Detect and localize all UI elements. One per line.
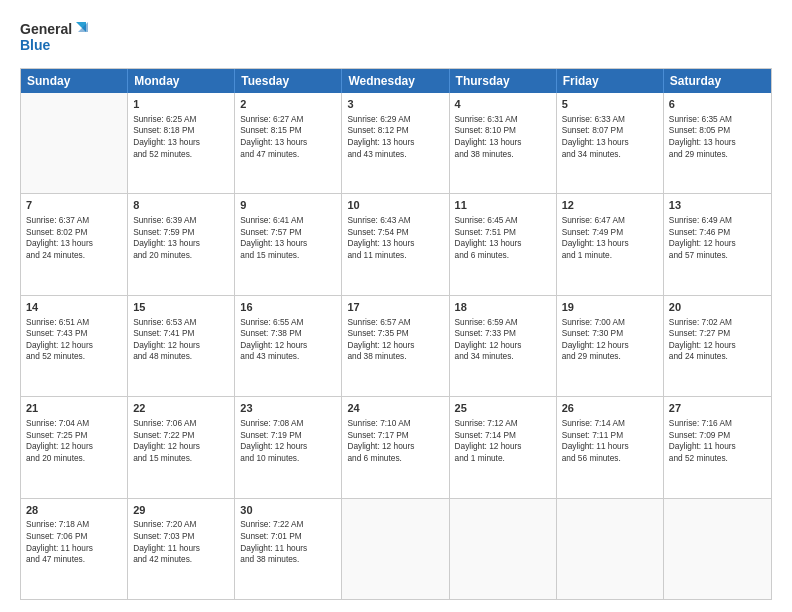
cell-content: Sunrise: 6:53 AM Sunset: 7:41 PM Dayligh… xyxy=(133,317,229,363)
cell-content: Sunrise: 7:00 AM Sunset: 7:30 PM Dayligh… xyxy=(562,317,658,363)
header: General Blue xyxy=(20,18,772,60)
day-cell-2: 2Sunrise: 6:27 AM Sunset: 8:15 PM Daylig… xyxy=(235,93,342,193)
day-number: 27 xyxy=(669,401,766,416)
day-number: 2 xyxy=(240,97,336,112)
day-cell-17: 17Sunrise: 6:57 AM Sunset: 7:35 PM Dayli… xyxy=(342,296,449,396)
day-cell-13: 13Sunrise: 6:49 AM Sunset: 7:46 PM Dayli… xyxy=(664,194,771,294)
day-cell-16: 16Sunrise: 6:55 AM Sunset: 7:38 PM Dayli… xyxy=(235,296,342,396)
day-number: 28 xyxy=(26,503,122,518)
day-number: 23 xyxy=(240,401,336,416)
empty-cell xyxy=(21,93,128,193)
cell-content: Sunrise: 7:18 AM Sunset: 7:06 PM Dayligh… xyxy=(26,519,122,565)
week-row-4: 21Sunrise: 7:04 AM Sunset: 7:25 PM Dayli… xyxy=(21,396,771,497)
day-cell-25: 25Sunrise: 7:12 AM Sunset: 7:14 PM Dayli… xyxy=(450,397,557,497)
cell-content: Sunrise: 7:16 AM Sunset: 7:09 PM Dayligh… xyxy=(669,418,766,464)
week-row-3: 14Sunrise: 6:51 AM Sunset: 7:43 PM Dayli… xyxy=(21,295,771,396)
cell-content: Sunrise: 6:27 AM Sunset: 8:15 PM Dayligh… xyxy=(240,114,336,160)
day-number: 9 xyxy=(240,198,336,213)
svg-text:General: General xyxy=(20,21,72,37)
day-cell-11: 11Sunrise: 6:45 AM Sunset: 7:51 PM Dayli… xyxy=(450,194,557,294)
day-cell-4: 4Sunrise: 6:31 AM Sunset: 8:10 PM Daylig… xyxy=(450,93,557,193)
day-number: 20 xyxy=(669,300,766,315)
cell-content: Sunrise: 6:41 AM Sunset: 7:57 PM Dayligh… xyxy=(240,215,336,261)
day-number: 13 xyxy=(669,198,766,213)
day-number: 30 xyxy=(240,503,336,518)
day-number: 16 xyxy=(240,300,336,315)
cell-content: Sunrise: 6:39 AM Sunset: 7:59 PM Dayligh… xyxy=(133,215,229,261)
cell-content: Sunrise: 6:35 AM Sunset: 8:05 PM Dayligh… xyxy=(669,114,766,160)
logo: General Blue xyxy=(20,18,90,60)
day-number: 11 xyxy=(455,198,551,213)
day-cell-12: 12Sunrise: 6:47 AM Sunset: 7:49 PM Dayli… xyxy=(557,194,664,294)
day-number: 22 xyxy=(133,401,229,416)
cell-content: Sunrise: 6:37 AM Sunset: 8:02 PM Dayligh… xyxy=(26,215,122,261)
empty-cell xyxy=(557,499,664,599)
empty-cell xyxy=(450,499,557,599)
day-cell-3: 3Sunrise: 6:29 AM Sunset: 8:12 PM Daylig… xyxy=(342,93,449,193)
header-day-wednesday: Wednesday xyxy=(342,69,449,93)
day-cell-9: 9Sunrise: 6:41 AM Sunset: 7:57 PM Daylig… xyxy=(235,194,342,294)
day-number: 15 xyxy=(133,300,229,315)
page: General Blue SundayMondayTuesdayWednesda… xyxy=(0,0,792,612)
day-number: 21 xyxy=(26,401,122,416)
cell-content: Sunrise: 6:55 AM Sunset: 7:38 PM Dayligh… xyxy=(240,317,336,363)
cell-content: Sunrise: 6:33 AM Sunset: 8:07 PM Dayligh… xyxy=(562,114,658,160)
day-cell-21: 21Sunrise: 7:04 AM Sunset: 7:25 PM Dayli… xyxy=(21,397,128,497)
week-row-2: 7Sunrise: 6:37 AM Sunset: 8:02 PM Daylig… xyxy=(21,193,771,294)
header-day-sunday: Sunday xyxy=(21,69,128,93)
day-cell-23: 23Sunrise: 7:08 AM Sunset: 7:19 PM Dayli… xyxy=(235,397,342,497)
cell-content: Sunrise: 7:04 AM Sunset: 7:25 PM Dayligh… xyxy=(26,418,122,464)
day-number: 7 xyxy=(26,198,122,213)
cell-content: Sunrise: 6:49 AM Sunset: 7:46 PM Dayligh… xyxy=(669,215,766,261)
cell-content: Sunrise: 7:22 AM Sunset: 7:01 PM Dayligh… xyxy=(240,519,336,565)
day-cell-5: 5Sunrise: 6:33 AM Sunset: 8:07 PM Daylig… xyxy=(557,93,664,193)
day-number: 14 xyxy=(26,300,122,315)
cell-content: Sunrise: 7:14 AM Sunset: 7:11 PM Dayligh… xyxy=(562,418,658,464)
day-cell-19: 19Sunrise: 7:00 AM Sunset: 7:30 PM Dayli… xyxy=(557,296,664,396)
day-cell-6: 6Sunrise: 6:35 AM Sunset: 8:05 PM Daylig… xyxy=(664,93,771,193)
day-number: 29 xyxy=(133,503,229,518)
cell-content: Sunrise: 7:08 AM Sunset: 7:19 PM Dayligh… xyxy=(240,418,336,464)
day-number: 5 xyxy=(562,97,658,112)
week-row-1: 1Sunrise: 6:25 AM Sunset: 8:18 PM Daylig… xyxy=(21,93,771,193)
week-row-5: 28Sunrise: 7:18 AM Sunset: 7:06 PM Dayli… xyxy=(21,498,771,599)
day-cell-20: 20Sunrise: 7:02 AM Sunset: 7:27 PM Dayli… xyxy=(664,296,771,396)
cell-content: Sunrise: 6:31 AM Sunset: 8:10 PM Dayligh… xyxy=(455,114,551,160)
day-number: 1 xyxy=(133,97,229,112)
cell-content: Sunrise: 7:02 AM Sunset: 7:27 PM Dayligh… xyxy=(669,317,766,363)
day-cell-1: 1Sunrise: 6:25 AM Sunset: 8:18 PM Daylig… xyxy=(128,93,235,193)
header-day-monday: Monday xyxy=(128,69,235,93)
header-day-friday: Friday xyxy=(557,69,664,93)
day-number: 25 xyxy=(455,401,551,416)
day-number: 6 xyxy=(669,97,766,112)
cell-content: Sunrise: 7:06 AM Sunset: 7:22 PM Dayligh… xyxy=(133,418,229,464)
day-cell-14: 14Sunrise: 6:51 AM Sunset: 7:43 PM Dayli… xyxy=(21,296,128,396)
day-number: 19 xyxy=(562,300,658,315)
header-day-saturday: Saturday xyxy=(664,69,771,93)
cell-content: Sunrise: 6:25 AM Sunset: 8:18 PM Dayligh… xyxy=(133,114,229,160)
day-number: 24 xyxy=(347,401,443,416)
day-number: 12 xyxy=(562,198,658,213)
day-cell-15: 15Sunrise: 6:53 AM Sunset: 7:41 PM Dayli… xyxy=(128,296,235,396)
cell-content: Sunrise: 6:45 AM Sunset: 7:51 PM Dayligh… xyxy=(455,215,551,261)
logo-svg: General Blue xyxy=(20,18,90,60)
day-number: 18 xyxy=(455,300,551,315)
day-cell-7: 7Sunrise: 6:37 AM Sunset: 8:02 PM Daylig… xyxy=(21,194,128,294)
day-cell-29: 29Sunrise: 7:20 AM Sunset: 7:03 PM Dayli… xyxy=(128,499,235,599)
day-cell-30: 30Sunrise: 7:22 AM Sunset: 7:01 PM Dayli… xyxy=(235,499,342,599)
day-number: 26 xyxy=(562,401,658,416)
day-cell-26: 26Sunrise: 7:14 AM Sunset: 7:11 PM Dayli… xyxy=(557,397,664,497)
cell-content: Sunrise: 6:47 AM Sunset: 7:49 PM Dayligh… xyxy=(562,215,658,261)
day-cell-28: 28Sunrise: 7:18 AM Sunset: 7:06 PM Dayli… xyxy=(21,499,128,599)
header-day-tuesday: Tuesday xyxy=(235,69,342,93)
day-cell-27: 27Sunrise: 7:16 AM Sunset: 7:09 PM Dayli… xyxy=(664,397,771,497)
cell-content: Sunrise: 6:59 AM Sunset: 7:33 PM Dayligh… xyxy=(455,317,551,363)
cell-content: Sunrise: 6:51 AM Sunset: 7:43 PM Dayligh… xyxy=(26,317,122,363)
day-number: 17 xyxy=(347,300,443,315)
calendar-body: 1Sunrise: 6:25 AM Sunset: 8:18 PM Daylig… xyxy=(21,93,771,599)
day-number: 4 xyxy=(455,97,551,112)
day-cell-10: 10Sunrise: 6:43 AM Sunset: 7:54 PM Dayli… xyxy=(342,194,449,294)
day-number: 10 xyxy=(347,198,443,213)
header-day-thursday: Thursday xyxy=(450,69,557,93)
calendar-header: SundayMondayTuesdayWednesdayThursdayFrid… xyxy=(21,69,771,93)
